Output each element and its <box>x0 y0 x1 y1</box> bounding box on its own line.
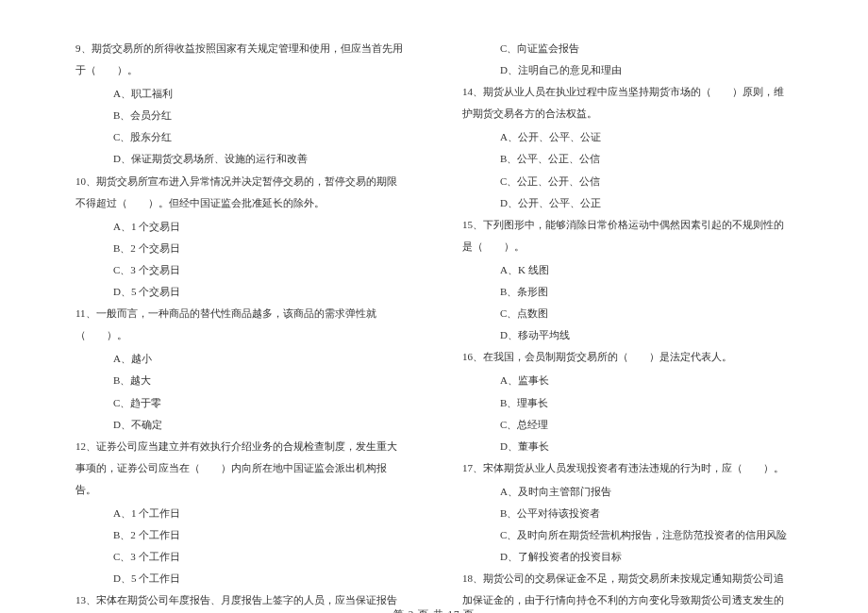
option-15a: A、K 线图 <box>462 259 793 281</box>
right-column: C、向证监会报告 D、注明自己的意见和理由 14、期货从业人员在执业过程中应当坚… <box>462 38 793 585</box>
question-11: 11、一般而言，一种商品的替代性商品越多，该商品的需求弹性就（ ）。 <box>75 303 406 346</box>
question-9: 9、期货交易所的所得收益按照国家有关规定管理和使用，但应当首先用于（ ）。 <box>75 38 406 81</box>
option-12b: B、2 个工作日 <box>75 524 406 546</box>
question-14: 14、期货从业人员在执业过程中应当坚持期货市场的（ ）原则，维护期货交易各方的合… <box>462 81 793 124</box>
option-17d: D、了解投资者的投资目标 <box>462 546 793 568</box>
option-14c: C、公正、公开、公信 <box>462 171 793 192</box>
question-12: 12、证券公司应当建立并有效执行介绍业务的合规检查制度，发生重大事项的，证券公司… <box>75 436 406 501</box>
option-9a: A、职工福利 <box>75 83 406 105</box>
option-13c: C、向证监会报告 <box>462 38 793 59</box>
option-14a: A、公开、公平、公证 <box>462 126 793 148</box>
option-17b: B、公平对待该投资者 <box>462 503 793 524</box>
page-content: 9、期货交易所的所得收益按照国家有关规定管理和使用，但应当首先用于（ ）。 A、… <box>0 0 868 604</box>
option-12d: D、5 个工作日 <box>75 568 406 589</box>
left-column: 9、期货交易所的所得收益按照国家有关规定管理和使用，但应当首先用于（ ）。 A、… <box>75 38 406 585</box>
option-10d: D、5 个交易日 <box>75 281 406 303</box>
option-10a: A、1 个交易日 <box>75 216 406 238</box>
option-16a: A、监事长 <box>462 370 793 391</box>
question-17: 17、宋体期货从业人员发现投资者有违法违规的行为时，应（ ）。 <box>462 457 793 479</box>
question-18: 18、期货公司的交易保证金不足，期货交易所未按规定通知期货公司追加保证金的，由于… <box>462 568 793 613</box>
question-10: 10、期货交易所宣布进入异常情况并决定暂停交易的，暂停交易的期限不得超过（ ）。… <box>75 171 406 214</box>
option-9c: C、股东分红 <box>75 126 406 148</box>
option-17c: C、及时向所在期货经营机构报告，注意防范投资者的信用风险 <box>462 524 793 546</box>
option-13d: D、注明自己的意见和理由 <box>462 59 793 81</box>
question-16: 16、在我国，会员制期货交易所的（ ）是法定代表人。 <box>462 346 793 368</box>
question-13: 13、宋体在期货公司年度报告、月度报告上签字的人员，应当保证报告的内容真实、准确… <box>75 589 406 613</box>
option-12a: A、1 个工作日 <box>75 503 406 524</box>
option-17a: A、及时向主管部门报告 <box>462 481 793 503</box>
option-9b: B、会员分红 <box>75 105 406 126</box>
option-16b: B、理事长 <box>462 392 793 414</box>
option-10b: B、2 个交易日 <box>75 238 406 259</box>
option-16d: D、董事长 <box>462 436 793 457</box>
option-11b: B、越大 <box>75 370 406 391</box>
option-9d: D、保证期货交易场所、设施的运行和改善 <box>75 148 406 170</box>
option-10c: C、3 个交易日 <box>75 259 406 281</box>
option-11d: D、不确定 <box>75 414 406 436</box>
option-15c: C、点数图 <box>462 303 793 324</box>
option-15d: D、移动平均线 <box>462 324 793 346</box>
option-15b: B、条形图 <box>462 281 793 303</box>
question-15: 15、下列图形中，能够消除日常价格运动中偶然因素引起的不规则性的是（ ）。 <box>462 214 793 257</box>
option-11a: A、越小 <box>75 348 406 370</box>
option-16c: C、总经理 <box>462 414 793 436</box>
option-11c: C、趋于零 <box>75 392 406 414</box>
option-14b: B、公平、公正、公信 <box>462 148 793 170</box>
option-12c: C、3 个工作日 <box>75 546 406 568</box>
option-14d: D、公开、公平、公正 <box>462 192 793 214</box>
